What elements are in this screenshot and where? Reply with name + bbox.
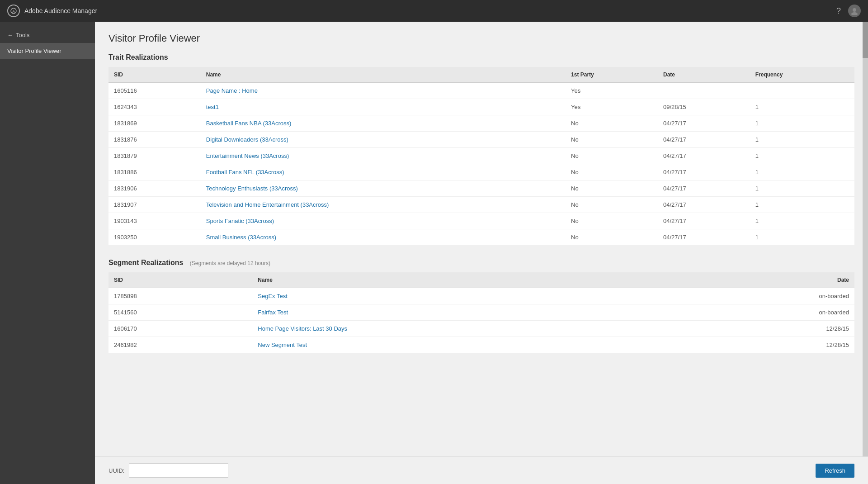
top-nav-right: ?	[836, 5, 861, 17]
trait-sid: 1831879	[108, 148, 201, 164]
segment-realizations-table: SID Name Date 1785898 SegEx Test on-boar…	[108, 272, 854, 353]
trait-table-row: 1831886 Football Fans NFL (33Across) No …	[108, 164, 854, 180]
segment-name[interactable]: Home Page Visitors: Last 30 Days	[252, 321, 680, 337]
page-title: Visitor Profile Viewer	[108, 33, 854, 44]
trait-name[interactable]: Small Business (33Across)	[201, 229, 566, 246]
trait-sid: 1605116	[108, 83, 201, 99]
trait-table-row: 1605116 Page Name : Home Yes	[108, 83, 854, 99]
trait-first-party: No	[566, 115, 658, 132]
trait-sid: 1831906	[108, 180, 201, 197]
trait-realizations-title: Trait Realizations	[108, 53, 854, 62]
app-name: Adobe Audience Manager	[24, 7, 97, 14]
segment-name[interactable]: SegEx Test	[252, 288, 680, 304]
app-body: ← Tools Visitor Profile Viewer Visitor P…	[0, 22, 868, 484]
segment-table-row: 5141560 Fairfax Test on-boarded	[108, 304, 854, 321]
back-label: Tools	[16, 32, 29, 38]
trait-first-party: No	[566, 213, 658, 229]
trait-frequency: 1	[750, 132, 854, 148]
bottom-bar: UUID: Refresh	[95, 456, 868, 484]
trait-table-row: 1831907 Television and Home Entertainmen…	[108, 197, 854, 213]
trait-name[interactable]: Digital Downloaders (33Across)	[201, 132, 566, 148]
trait-first-party: No	[566, 229, 658, 246]
trait-frequency: 1	[750, 197, 854, 213]
top-nav-left: A Adobe Audience Manager	[7, 5, 97, 17]
trait-col-first-party: 1st Party	[566, 67, 658, 83]
trait-name[interactable]: Football Fans NFL (33Across)	[201, 164, 566, 180]
trait-sid: 1831869	[108, 115, 201, 132]
top-nav: A Adobe Audience Manager ?	[0, 0, 868, 22]
uuid-label: UUID:	[108, 467, 124, 474]
segment-sid: 1606170	[108, 321, 252, 337]
trait-table-row: 1624343 test1 Yes 09/28/15 1	[108, 99, 854, 115]
trait-date: 04/27/17	[658, 213, 750, 229]
segment-table-row: 1785898 SegEx Test on-boarded	[108, 288, 854, 304]
trait-date: 04/27/17	[658, 197, 750, 213]
trait-realizations-table: SID Name 1st Party Date Frequency 160511…	[108, 67, 854, 245]
main-content: Visitor Profile Viewer Trait Realization…	[95, 22, 868, 484]
uuid-input[interactable]	[129, 463, 228, 478]
trait-sid: 1831886	[108, 164, 201, 180]
back-to-tools[interactable]: ← Tools	[0, 27, 95, 43]
segment-table-header-row: SID Name Date	[108, 272, 854, 288]
trait-name[interactable]: Television and Home Entertainment (33Acr…	[201, 197, 566, 213]
trait-name[interactable]: test1	[201, 99, 566, 115]
segment-sid: 5141560	[108, 304, 252, 321]
trait-table-row: 1903250 Small Business (33Across) No 04/…	[108, 229, 854, 246]
help-icon[interactable]: ?	[836, 6, 841, 16]
trait-first-party: Yes	[566, 83, 658, 99]
segment-col-sid: SID	[108, 272, 252, 288]
trait-frequency: 1	[750, 99, 854, 115]
sidebar-item-visitor-profile-viewer[interactable]: Visitor Profile Viewer	[0, 43, 95, 59]
svg-point-2	[853, 8, 856, 12]
trait-date: 09/28/15	[658, 99, 750, 115]
trait-frequency: 1	[750, 115, 854, 132]
trait-frequency: 1	[750, 180, 854, 197]
trait-name[interactable]: Basketball Fans NBA (33Across)	[201, 115, 566, 132]
segment-date: on-boarded	[680, 304, 854, 321]
trait-table-row: 1831906 Technology Enthusiasts (33Across…	[108, 180, 854, 197]
trait-sid: 1831876	[108, 132, 201, 148]
trait-col-frequency: Frequency	[750, 67, 854, 83]
trait-table-header-row: SID Name 1st Party Date Frequency	[108, 67, 854, 83]
segment-name[interactable]: Fairfax Test	[252, 304, 680, 321]
trait-first-party: No	[566, 180, 658, 197]
segment-realizations-title: Segment Realizations (Segments are delay…	[108, 259, 854, 267]
trait-frequency: 1	[750, 164, 854, 180]
svg-text:A: A	[12, 9, 15, 14]
segment-table-row: 1606170 Home Page Visitors: Last 30 Days…	[108, 321, 854, 337]
trait-name[interactable]: Entertainment News (33Across)	[201, 148, 566, 164]
trait-date: 04/27/17	[658, 115, 750, 132]
scrollbar[interactable]	[863, 22, 868, 484]
trait-table-row: 1903143 Sports Fanatic (33Across) No 04/…	[108, 213, 854, 229]
trait-col-date: Date	[658, 67, 750, 83]
svg-point-3	[851, 12, 858, 15]
trait-col-sid: SID	[108, 67, 201, 83]
sidebar: ← Tools Visitor Profile Viewer	[0, 22, 95, 484]
segment-date: 12/28/15	[680, 321, 854, 337]
trait-name[interactable]: Page Name : Home	[201, 83, 566, 99]
trait-frequency: 1	[750, 213, 854, 229]
trait-first-party: Yes	[566, 99, 658, 115]
trait-name[interactable]: Technology Enthusiasts (33Across)	[201, 180, 566, 197]
segment-table-row: 2461982 New Segment Test 12/28/15	[108, 337, 854, 353]
segment-col-date: Date	[680, 272, 854, 288]
user-avatar[interactable]	[848, 5, 861, 17]
trait-table-row: 1831876 Digital Downloaders (33Across) N…	[108, 132, 854, 148]
trait-frequency	[750, 83, 854, 99]
trait-first-party: No	[566, 164, 658, 180]
trait-name[interactable]: Sports Fanatic (33Across)	[201, 213, 566, 229]
trait-date: 04/27/17	[658, 164, 750, 180]
trait-first-party: No	[566, 197, 658, 213]
scrollbar-thumb[interactable]	[863, 22, 868, 58]
segment-name[interactable]: New Segment Test	[252, 337, 680, 353]
refresh-button[interactable]: Refresh	[816, 464, 854, 478]
trait-frequency: 1	[750, 148, 854, 164]
back-arrow-icon: ←	[7, 32, 13, 38]
trait-sid: 1831907	[108, 197, 201, 213]
app-logo: A	[7, 5, 20, 17]
segment-date: 12/28/15	[680, 337, 854, 353]
segment-sid: 1785898	[108, 288, 252, 304]
segment-sid: 2461982	[108, 337, 252, 353]
trait-date	[658, 83, 750, 99]
trait-date: 04/27/17	[658, 148, 750, 164]
